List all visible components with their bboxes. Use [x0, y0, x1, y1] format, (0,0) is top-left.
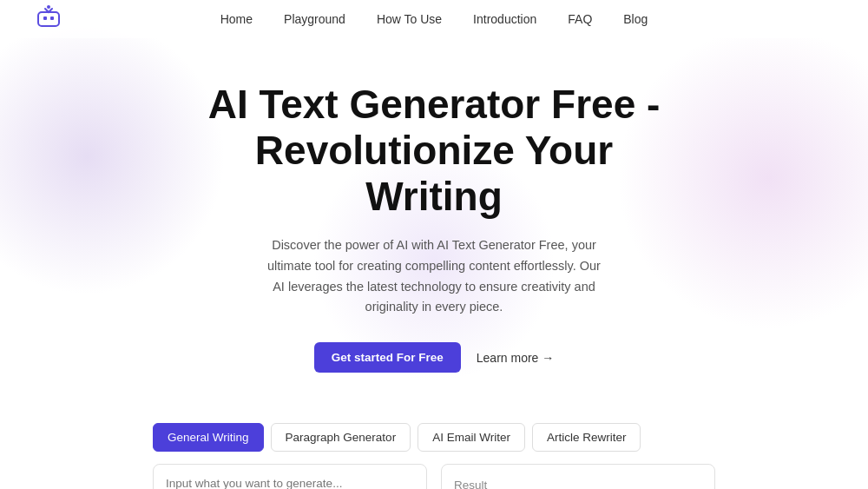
result-label: Result: [454, 479, 487, 489]
hero-buttons: Get started For Free Learn more →: [17, 342, 851, 373]
input-panel: [153, 464, 427, 489]
nav-home[interactable]: Home: [220, 12, 253, 26]
learn-more-button[interactable]: Learn more →: [477, 351, 554, 365]
nav-how-to-use[interactable]: How To Use: [377, 12, 442, 26]
svg-rect-1: [43, 17, 47, 20]
tab-ai-email-writer[interactable]: AI Email Writer: [418, 423, 525, 452]
nav-introduction[interactable]: Introduction: [473, 12, 536, 26]
tab-paragraph-generator[interactable]: Paragraph Generator: [271, 423, 411, 452]
logo[interactable]: [35, 3, 62, 35]
hero-subtitle: Discover the power of AI with AI Text Ge…: [260, 235, 608, 319]
nav-playground[interactable]: Playground: [284, 12, 345, 26]
svg-rect-2: [50, 17, 54, 20]
result-panel: Result: [441, 464, 715, 489]
tools-section: General Writing Paragraph Generator AI E…: [0, 399, 868, 489]
svg-rect-0: [38, 12, 59, 26]
get-started-button[interactable]: Get started For Free: [314, 342, 461, 373]
tab-general-writing[interactable]: General Writing: [153, 423, 264, 452]
hero-section: AI Text Generator Free - Revolutionize Y…: [0, 38, 868, 399]
tab-article-rewriter[interactable]: Article Rewriter: [532, 423, 641, 452]
svg-point-3: [47, 5, 50, 9]
tools-tabs: General Writing Paragraph Generator AI E…: [153, 423, 715, 452]
nav-links: Home Playground How To Use Introduction …: [220, 12, 648, 26]
tool-panels: Result: [153, 464, 715, 489]
input-textarea[interactable]: [166, 477, 414, 489]
nav-blog[interactable]: Blog: [623, 12, 648, 26]
hero-title: AI Text Generator Free - Revolutionize Y…: [17, 82, 851, 220]
navbar: Home Playground How To Use Introduction …: [0, 0, 868, 38]
nav-faq[interactable]: FAQ: [568, 12, 592, 26]
